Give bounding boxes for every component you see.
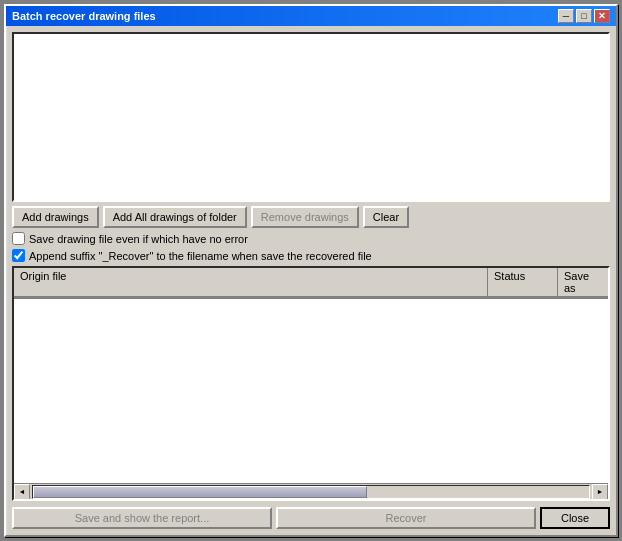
horizontal-scrollbar[interactable]: ◄ ► <box>14 483 608 499</box>
append-suffix-label: Append suffix "_Recover" to the filename… <box>29 250 372 262</box>
scrollbar-thumb[interactable] <box>33 486 367 498</box>
minimize-button[interactable]: ─ <box>558 9 574 23</box>
save-no-error-checkbox[interactable] <box>12 232 25 245</box>
title-bar-controls: ─ □ ✕ <box>558 9 610 23</box>
scrollbar-track[interactable] <box>32 485 590 499</box>
table-body <box>14 299 608 483</box>
scroll-right-button[interactable]: ► <box>592 484 608 500</box>
window-body: Add drawings Add All drawings of folder … <box>6 26 616 535</box>
clear-button[interactable]: Clear <box>363 206 409 228</box>
main-window: Batch recover drawing files ─ □ ✕ Add dr… <box>4 4 618 537</box>
save-report-button[interactable]: Save and show the report... <box>12 507 272 529</box>
add-drawings-button[interactable]: Add drawings <box>12 206 99 228</box>
results-table: Origin file Status Save as ◄ ► <box>12 266 610 501</box>
title-bar: Batch recover drawing files ─ □ ✕ <box>6 6 616 26</box>
scroll-left-button[interactable]: ◄ <box>14 484 30 500</box>
close-button[interactable]: Close <box>540 507 610 529</box>
append-suffix-row: Append suffix "_Recover" to the filename… <box>12 249 610 262</box>
recover-button[interactable]: Recover <box>276 507 536 529</box>
save-no-error-row: Save drawing file even if which have no … <box>12 232 610 245</box>
header-status: Status <box>488 268 558 298</box>
header-saveas: Save as <box>558 268 608 298</box>
file-list-area <box>12 32 610 202</box>
header-origin: Origin file <box>14 268 488 298</box>
button-row: Add drawings Add All drawings of folder … <box>12 206 610 228</box>
add-all-folder-button[interactable]: Add All drawings of folder <box>103 206 247 228</box>
bottom-button-row: Save and show the report... Recover Clos… <box>12 505 610 529</box>
save-no-error-label: Save drawing file even if which have no … <box>29 233 248 245</box>
window-title: Batch recover drawing files <box>12 10 156 22</box>
title-close-button[interactable]: ✕ <box>594 9 610 23</box>
table-header: Origin file Status Save as <box>14 268 608 299</box>
remove-drawings-button[interactable]: Remove drawings <box>251 206 359 228</box>
maximize-button[interactable]: □ <box>576 9 592 23</box>
append-suffix-checkbox[interactable] <box>12 249 25 262</box>
